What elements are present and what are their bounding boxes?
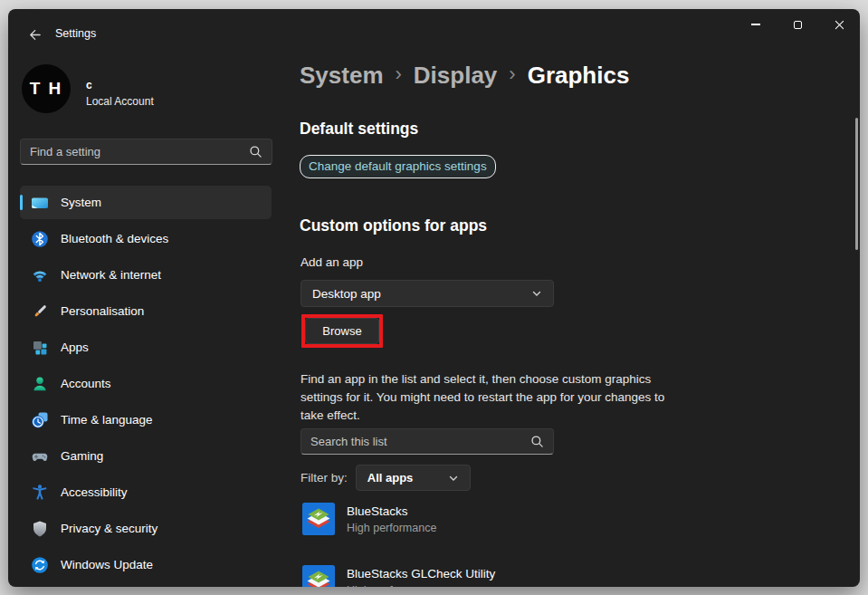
avatar-initials: T H [30, 79, 63, 99]
app-name: BlueStacks [347, 504, 436, 518]
breadcrumb-separator-icon: › [509, 62, 515, 86]
browse-button[interactable]: Browse [305, 318, 379, 344]
sidebar-item-label: System [61, 196, 101, 209]
breadcrumb-display[interactable]: Display [414, 62, 498, 90]
sidebar-item-apps[interactable]: Apps [20, 331, 272, 364]
sidebar-item-time-language[interactable]: Time & language [20, 403, 272, 437]
sidebar-item-gaming[interactable]: Gaming [20, 439, 272, 473]
time-language-icon [31, 411, 49, 429]
sidebar-item-accounts[interactable]: Accounts [20, 367, 272, 400]
app-graphics-preference: High performance [347, 584, 495, 587]
bluestacks-icon [302, 503, 335, 535]
app-type-dropdown[interactable]: Desktop app [300, 280, 554, 307]
settings-window: Settings T H c Local Account System [8, 9, 860, 587]
privacy-security-icon [31, 520, 49, 538]
sidebar-item-label: Windows Update [61, 558, 153, 571]
breadcrumb: System › Display › Graphics [300, 62, 629, 90]
sidebar-item-privacy-security[interactable]: Privacy & security [20, 512, 272, 545]
breadcrumb-separator-icon: › [396, 62, 402, 86]
bluetooth-icon [31, 230, 49, 248]
vertical-scrollbar[interactable] [855, 118, 858, 250]
sidebar-item-label: Accessibility [61, 485, 128, 499]
filter-by-label: Filter by: [300, 471, 348, 485]
sidebar-item-label: Personalisation [61, 304, 144, 318]
filter-row: Filter by: All apps [300, 465, 471, 491]
sidebar-item-label: Gaming [61, 449, 103, 463]
accessibility-icon [31, 484, 49, 502]
app-graphics-preference: High performance [347, 522, 436, 534]
account-type: Local Account [86, 95, 154, 108]
sidebar-item-system[interactable]: System [20, 186, 272, 219]
add-an-app-label: Add an app [300, 255, 363, 269]
gaming-icon [31, 447, 49, 465]
settings-search-box[interactable] [20, 139, 272, 165]
system-icon [31, 194, 49, 212]
sidebar-item-accessibility[interactable]: Accessibility [20, 475, 272, 509]
chevron-down-icon [448, 473, 459, 484]
app-row-bluestacks-glcheck[interactable]: BlueStacks GLCheck Utility High performa… [302, 565, 495, 587]
back-arrow-icon [28, 28, 42, 42]
back-button[interactable] [21, 24, 48, 45]
app-type-dropdown-value: Desktop app [312, 287, 381, 301]
apps-icon [31, 339, 49, 357]
filter-dropdown[interactable]: All apps [356, 465, 471, 491]
app-list-search-box[interactable] [300, 428, 554, 455]
windows-update-icon [31, 556, 49, 574]
breadcrumb-graphics: Graphics [528, 62, 630, 90]
app-row-bluestacks[interactable]: BlueStacks High performance [302, 503, 436, 535]
selection-pill [20, 195, 23, 210]
change-default-graphics-link[interactable]: Change default graphics settings [300, 155, 496, 178]
description-line: take effect. [300, 407, 699, 425]
avatar[interactable]: T H [22, 64, 71, 113]
app-list-search-input[interactable] [301, 435, 530, 448]
sidebar-nav: System Bluetooth & devices Network & int… [20, 186, 272, 584]
sidebar-item-label: Accounts [61, 377, 111, 390]
accounts-icon [31, 375, 49, 393]
sidebar-item-label: Network & internet [61, 268, 161, 282]
network-icon [31, 266, 49, 284]
personalisation-icon [31, 302, 49, 321]
sidebar-item-personalisation[interactable]: Personalisation [20, 294, 272, 328]
sidebar-item-bluetooth-devices[interactable]: Bluetooth & devices [20, 222, 272, 255]
breadcrumb-system[interactable]: System [300, 62, 384, 90]
app-list-description: Find an app in the list and select it, t… [300, 370, 699, 425]
filter-dropdown-value: All apps [367, 471, 414, 485]
bluestacks-icon [302, 565, 335, 587]
app-name: BlueStacks GLCheck Utility [347, 567, 495, 581]
sidebar-item-label: Apps [61, 341, 89, 354]
settings-search-input[interactable] [21, 145, 249, 158]
sidebar-item-label: Privacy & security [61, 522, 157, 535]
description-line: Find an app in the list and select it, t… [300, 370, 699, 389]
custom-options-heading: Custom options for apps [300, 216, 487, 235]
sidebar-item-label: Time & language [61, 413, 153, 427]
default-settings-heading: Default settings [300, 120, 418, 139]
chevron-down-icon [531, 288, 542, 299]
sidebar-item-network-internet[interactable]: Network & internet [20, 258, 272, 292]
graphics-settings-page: System › Display › Graphics Default sett… [300, 9, 843, 587]
sidebar-item-windows-update[interactable]: Windows Update [20, 548, 272, 581]
app-title: Settings [55, 27, 96, 40]
search-icon[interactable] [530, 435, 544, 448]
sidebar-item-label: Bluetooth & devices [61, 232, 168, 245]
description-line: settings for it. You might need to resta… [300, 389, 699, 407]
search-icon[interactable] [249, 145, 262, 158]
account-name: c [86, 79, 92, 91]
annotation-highlight-box: Browse [301, 314, 383, 348]
